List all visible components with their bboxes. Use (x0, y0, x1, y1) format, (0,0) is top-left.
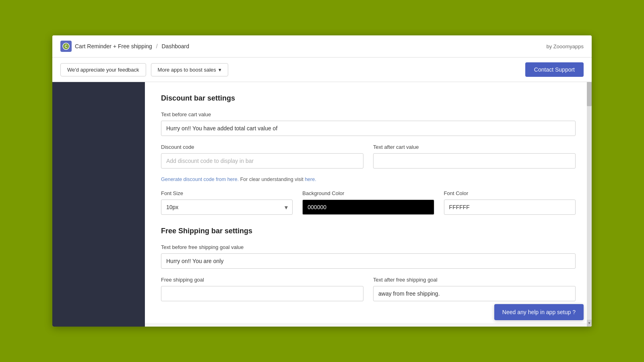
font-size-select[interactable]: 10px 12px 14px 16px 18px (161, 200, 293, 215)
toolbar-left: We'd appreciate your feedback More apps … (60, 63, 228, 76)
breadcrumb: Cart Reminder + Free shipping / Dashboar… (75, 43, 189, 49)
color-row: Font Size 10px 12px 14px 16px 18px (161, 190, 576, 215)
main-layout: Discount bar settings Text before cart v… (52, 82, 592, 327)
discount-code-field: Discount code (161, 144, 363, 169)
text-after-shipping-label: Text after free shipping goal (373, 277, 576, 283)
text-after-cart-input[interactable] (373, 153, 576, 169)
generate-discount-link[interactable]: Generate discount code from here. (161, 177, 239, 182)
here-link[interactable]: here. (305, 177, 316, 182)
font-size-field: Font Size 10px 12px 14px 16px 18px (161, 190, 293, 215)
feedback-button[interactable]: We'd appreciate your feedback (60, 63, 146, 76)
content: Discount bar settings Text before cart v… (145, 82, 592, 323)
discount-bar-section: Discount bar settings Text before cart v… (161, 94, 576, 215)
free-shipping-goal-field: Free shipping goal (161, 277, 363, 301)
app-name: Cart Reminder + Free shipping (75, 43, 152, 49)
app-window: C Cart Reminder + Free shipping / Dashbo… (52, 35, 592, 327)
text-before-shipping-label: Text before free shipping goal value (161, 244, 576, 250)
discount-code-input[interactable] (161, 153, 363, 169)
text-after-shipping-input[interactable] (373, 286, 576, 301)
toolbar: We'd appreciate your feedback More apps … (52, 58, 592, 82)
scrollbar-track: ▲ ▼ (587, 82, 592, 327)
scrollbar-thumb[interactable] (587, 82, 592, 106)
font-color-input[interactable] (444, 200, 576, 215)
helper-text-middle: For clear understanding visit (240, 177, 305, 182)
discount-helper-text: Generate discount code from here. For cl… (161, 177, 576, 182)
text-before-shipping-input[interactable] (161, 253, 576, 269)
help-button[interactable]: Need any help in app setup ? (494, 304, 584, 320)
contact-support-button[interactable]: Contact Support (525, 62, 584, 77)
discount-bar-title: Discount bar settings (161, 94, 576, 103)
scroll-down-button[interactable]: ▼ (587, 320, 592, 327)
app-logo: C (60, 41, 72, 52)
bg-color-field: Background Color (302, 190, 434, 215)
header: C Cart Reminder + Free shipping / Dashbo… (52, 35, 592, 58)
font-size-select-wrapper: 10px 12px 14px 16px 18px (161, 200, 293, 215)
font-size-label: Font Size (161, 190, 293, 196)
bg-color-label: Background Color (302, 190, 434, 196)
font-color-field: Font Color (444, 190, 576, 215)
bg-color-input[interactable] (302, 200, 434, 215)
text-after-cart-label: Text after cart value (373, 144, 576, 150)
chevron-down-icon: ▾ (219, 67, 221, 73)
text-before-cart-field: Text before cart value (161, 111, 576, 136)
bg-color-wrapper (302, 200, 434, 215)
discount-code-row: Discount code Text after cart value (161, 144, 576, 169)
breadcrumb-separator: / (156, 43, 158, 49)
more-apps-label: More apps to boost sales (158, 67, 216, 73)
free-shipping-section: Free Shipping bar settings Text before f… (161, 227, 576, 301)
free-shipping-goal-label: Free shipping goal (161, 277, 363, 283)
header-left: C Cart Reminder + Free shipping / Dashbo… (60, 41, 189, 52)
text-after-cart-field: Text after cart value (373, 144, 576, 169)
discount-code-label: Discount code (161, 144, 363, 150)
free-shipping-goal-input[interactable] (161, 286, 363, 301)
svg-text:C: C (64, 44, 67, 49)
content-wrapper: Discount bar settings Text before cart v… (145, 82, 592, 327)
by-text: by Zooomyapps (547, 43, 584, 49)
page-name: Dashboard (161, 43, 189, 49)
text-after-shipping-field: Text after free shipping goal (373, 277, 576, 301)
free-shipping-title: Free Shipping bar settings (161, 227, 576, 235)
font-color-label: Font Color (444, 190, 576, 196)
free-shipping-goal-row: Free shipping goal Text after free shipp… (161, 277, 576, 301)
sidebar (52, 82, 145, 327)
header-right: by Zooomyapps (547, 43, 584, 49)
more-apps-button[interactable]: More apps to boost sales ▾ (151, 63, 228, 76)
text-before-cart-label: Text before cart value (161, 111, 576, 117)
text-before-cart-input[interactable] (161, 121, 576, 136)
text-before-shipping-field: Text before free shipping goal value (161, 244, 576, 269)
